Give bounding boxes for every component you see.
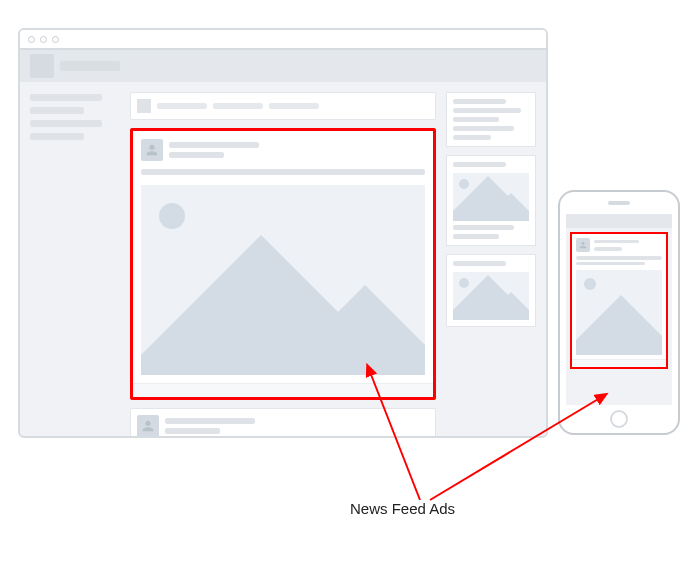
post-header bbox=[133, 131, 433, 169]
news-feed-column bbox=[130, 92, 436, 426]
right-sidebar bbox=[446, 92, 536, 426]
name-line-placeholder bbox=[169, 142, 259, 148]
compose-box bbox=[130, 92, 436, 120]
site-top-bar bbox=[20, 50, 546, 82]
image-placeholder-icon bbox=[453, 173, 529, 221]
profile-avatar-icon bbox=[141, 139, 163, 161]
image-placeholder-icon bbox=[453, 272, 529, 320]
image-placeholder-icon bbox=[576, 270, 662, 355]
nav-item-placeholder bbox=[30, 107, 84, 114]
nav-item-placeholder bbox=[30, 94, 102, 101]
left-sidebar bbox=[30, 92, 120, 426]
phone-speaker bbox=[608, 201, 630, 205]
mobile-phone-mockup bbox=[558, 190, 680, 435]
news-feed-ad-mobile bbox=[570, 232, 668, 369]
window-control-dot bbox=[40, 36, 47, 43]
news-feed-ad-desktop bbox=[130, 128, 436, 400]
search-placeholder bbox=[60, 61, 120, 71]
compose-avatar-placeholder bbox=[137, 99, 151, 113]
mobile-top-bar bbox=[566, 214, 672, 228]
post-footer-placeholder bbox=[133, 383, 433, 397]
site-logo-placeholder bbox=[30, 54, 54, 78]
feed-post-placeholder bbox=[130, 408, 436, 438]
meta-line-placeholder bbox=[169, 152, 224, 158]
nav-item-placeholder bbox=[30, 120, 102, 127]
desktop-browser-window bbox=[18, 28, 548, 438]
compose-line-placeholder bbox=[269, 103, 319, 109]
nav-item-placeholder bbox=[30, 133, 84, 140]
phone-screen bbox=[566, 214, 672, 405]
image-placeholder-icon bbox=[141, 185, 425, 375]
sidebar-card bbox=[446, 92, 536, 147]
profile-avatar-icon bbox=[576, 238, 590, 252]
post-text-placeholder bbox=[133, 169, 433, 185]
phone-home-button bbox=[610, 410, 628, 428]
sidebar-ad-card bbox=[446, 254, 536, 327]
annotation-label: News Feed Ads bbox=[350, 500, 455, 517]
profile-avatar-icon bbox=[137, 415, 159, 437]
sidebar-ad-card bbox=[446, 155, 536, 246]
compose-line-placeholder bbox=[213, 103, 263, 109]
window-control-dot bbox=[28, 36, 35, 43]
site-body bbox=[20, 82, 546, 436]
browser-titlebar bbox=[20, 30, 546, 50]
window-control-dot bbox=[52, 36, 59, 43]
compose-line-placeholder bbox=[157, 103, 207, 109]
